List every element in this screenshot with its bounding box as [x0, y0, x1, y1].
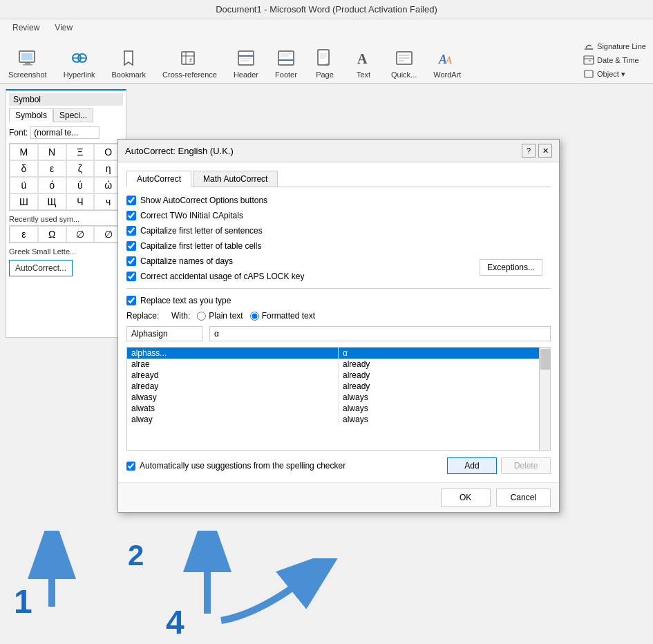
dialog-body: AutoCorrect Math AutoCorrect Show AutoCo… [118, 162, 559, 482]
dialog-close-button[interactable]: ✕ [538, 144, 552, 158]
plain-text-radio[interactable] [197, 312, 206, 321]
ac-replace-cell: alwasy [127, 392, 339, 403]
symbol-cell[interactable]: ύ [66, 177, 95, 193]
page-label: Page [316, 70, 334, 79]
cancel-button[interactable]: Cancel [496, 489, 551, 506]
ac-with-cell: already [339, 359, 550, 370]
checkbox-capitalize-sentences-input[interactable] [126, 226, 136, 236]
symbol-cell[interactable]: Ξ [66, 144, 95, 160]
symbol-cell[interactable]: δ [10, 160, 38, 177]
symbol-tab-symbols[interactable]: Symbols [9, 108, 53, 122]
bookmark-icon [117, 47, 140, 69]
dialog-tab-math[interactable]: Math AutoCorrect [193, 171, 278, 187]
symbol-cell[interactable]: ε [38, 160, 66, 177]
auto-suggest-label: Automatically use suggestions from the s… [140, 461, 346, 471]
ac-with-cell: already [339, 381, 550, 392]
recent-symbol-cell[interactable]: Ω [38, 226, 66, 243]
ribbon-item-screenshot[interactable]: Screenshot [6, 46, 50, 80]
ac-list-row[interactable]: alrae already [127, 359, 550, 370]
ac-list-row[interactable]: alway always [127, 414, 550, 425]
ribbon-item-header[interactable]: Header [231, 46, 261, 80]
ac-list-row[interactable]: alphass... α [127, 348, 550, 359]
recent-symbol-cell[interactable]: ε [10, 226, 38, 243]
dialog-footer: OK Cancel [118, 482, 559, 512]
checkbox-two-initials-input[interactable] [126, 211, 136, 220]
ac-list-row[interactable]: alreayd already [127, 370, 550, 381]
ribbon-item-text[interactable]: A Text [350, 46, 377, 80]
with-label: With: [171, 311, 190, 321]
symbol-cell[interactable]: ό [38, 177, 66, 193]
replace-section: Replace text as you type Replace: With: … [126, 296, 551, 474]
ok-button[interactable]: OK [441, 489, 491, 506]
add-button[interactable]: Add [447, 457, 497, 474]
ac-with-cell: always [339, 414, 550, 425]
plain-text-option: Plain text [197, 311, 243, 321]
ribbon-item-bookmark[interactable]: Bookmark [109, 46, 149, 80]
ac-list-row[interactable]: alreday already [127, 381, 550, 392]
checkbox-capitalize-table-input[interactable] [126, 241, 136, 251]
exceptions-button[interactable]: Exceptions... [480, 259, 542, 276]
with-input[interactable] [209, 326, 551, 341]
symbol-cell[interactable]: Ш [10, 193, 38, 210]
ac-list-row[interactable]: alwats always [127, 403, 550, 414]
ac-list-row[interactable]: alwasy always [127, 392, 550, 403]
symbol-cell[interactable]: Ч [66, 193, 95, 210]
ribbon-item-crossref[interactable]: # Cross-reference [160, 46, 220, 80]
checkbox-replace-text-input[interactable] [126, 296, 136, 305]
symbol-cell[interactable]: Щ [38, 193, 66, 210]
font-input[interactable] [30, 126, 100, 139]
ribbon-item-datetime[interactable]: Date & Time [582, 54, 647, 66]
dialog-tabs: AutoCorrect Math AutoCorrect [126, 171, 551, 187]
svg-text:A: A [357, 51, 368, 66]
svg-rect-7 [182, 52, 194, 64]
checkbox-capitalize-table-label: Capitalize first letter of table cells [140, 241, 261, 251]
svg-rect-3 [23, 64, 32, 66]
delete-button[interactable]: Delete [501, 457, 551, 474]
ribbon-item-signature[interactable]: Signature Line [582, 40, 647, 53]
ac-replace-cell: alway [127, 414, 339, 425]
text-icon: A [352, 47, 375, 69]
symbol-tab-special[interactable]: Speci... [53, 108, 93, 122]
symbol-cell[interactable]: Ν [38, 144, 66, 160]
svg-text:#: # [325, 62, 328, 67]
ac-with-cell: α [339, 348, 550, 359]
ribbon-item-hyperlink[interactable]: Hyperlink [61, 46, 98, 80]
symbol-panel: Symbol Symbols Speci... Font: Μ Ν Ξ Ο δ … [6, 89, 126, 338]
font-label: Font: [9, 128, 28, 138]
quick-icon [393, 47, 415, 69]
symbol-grid: Μ Ν Ξ Ο δ ε ζ η ü ό ύ ώ Ш Щ Ч ч [9, 143, 123, 211]
ribbon-item-footer[interactable]: Footer [272, 46, 300, 80]
auto-suggest-checkbox[interactable] [126, 462, 135, 471]
checkbox-caps-lock-input[interactable] [126, 272, 136, 281]
symbol-cell[interactable]: Μ [10, 144, 38, 160]
with-options: With: Plain text Formatted text [171, 311, 315, 321]
svg-rect-32 [584, 56, 594, 64]
ribbon-tab-view[interactable]: View [48, 21, 79, 35]
checkbox-capitalize-table: Capitalize first letter of table cells [126, 241, 551, 251]
svg-text:A: A [445, 55, 452, 66]
scrollbar-track[interactable] [539, 348, 550, 450]
dialog-tab-autocorrect[interactable]: AutoCorrect [126, 171, 191, 187]
footer-icon [275, 47, 297, 69]
checkbox-show-options-input[interactable] [126, 196, 136, 205]
ribbon-item-wordart[interactable]: AA WordArt [430, 46, 464, 80]
autocorrect-list[interactable]: alphass... α alrae already alreayd alrea… [126, 347, 551, 451]
ribbon-item-quick[interactable]: Quick... [388, 46, 419, 80]
datetime-label: Date & Time [597, 56, 639, 64]
recent-symbol-cell[interactable]: ∅ [66, 226, 95, 243]
checkbox-show-options: Show AutoCorrect Options buttons [126, 196, 551, 205]
ribbon-tab-review[interactable]: Review [6, 21, 46, 35]
autocorrect-button[interactable]: AutoCorrect... [9, 260, 73, 276]
step-number-2: 2 [128, 539, 144, 572]
symbol-cell[interactable]: ü [10, 177, 38, 193]
checkbox-capitalize-days-input[interactable] [126, 256, 136, 266]
ribbon-item-object[interactable]: Object ▾ [582, 68, 647, 80]
replace-input[interactable] [126, 326, 202, 341]
scrollbar-thumb[interactable] [540, 349, 550, 370]
svg-rect-15 [278, 51, 294, 65]
quick-label: Quick... [391, 70, 417, 79]
symbol-cell[interactable]: ζ [66, 160, 95, 177]
ribbon-item-page[interactable]: # Page [311, 46, 339, 80]
formatted-text-radio[interactable] [250, 312, 259, 321]
dialog-help-button[interactable]: ? [522, 144, 536, 158]
